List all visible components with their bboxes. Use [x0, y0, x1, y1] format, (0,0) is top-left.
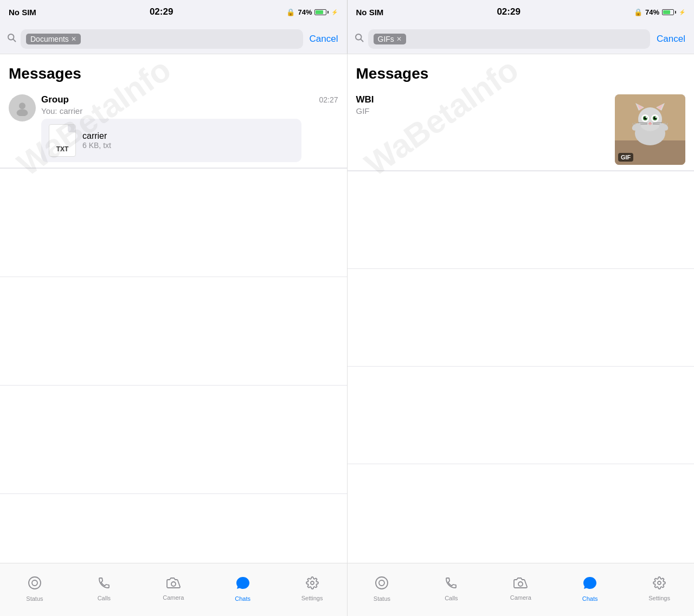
- right-status-bar: No SIM 02:29 🔒 74% ⚡: [348, 0, 695, 24]
- left-lock-icon: 🔒: [286, 8, 295, 16]
- right-gif-top: WBI: [356, 94, 610, 105]
- left-camera-icon: [166, 577, 181, 592]
- left-status-right: 🔒 74% ⚡: [286, 8, 338, 16]
- right-gif-item-wbi[interactable]: WBI GIF: [348, 89, 695, 171]
- svg-point-21: [656, 117, 657, 118]
- right-lock-icon: 🔒: [634, 8, 642, 16]
- left-chat-avatar: [9, 94, 36, 121]
- right-tab-half: Status Calls Camera: [348, 563, 695, 616]
- right-gifs-tag[interactable]: GIFs ✕: [374, 34, 406, 44]
- left-file-name: carrier: [82, 131, 111, 141]
- left-file-preview: TXT carrier 6 KB, txt: [41, 119, 301, 162]
- svg-point-4: [19, 102, 25, 109]
- right-tag-close-icon[interactable]: ✕: [396, 35, 402, 43]
- right-search-area: GIFs ✕ Cancel: [348, 24, 695, 54]
- left-tab-chats-label: Chats: [235, 595, 250, 602]
- right-chat-list: WBI GIF: [348, 89, 695, 563]
- right-search-text-input[interactable]: [409, 34, 645, 43]
- right-time: 02:29: [497, 7, 520, 17]
- right-tab-camera-label: Camera: [510, 594, 531, 601]
- right-gif-badge: GIF: [618, 153, 633, 162]
- right-bolt-icon: ⚡: [679, 9, 685, 15]
- right-gif-label: GIF: [356, 106, 610, 116]
- left-settings-icon: [306, 576, 319, 593]
- svg-point-5: [17, 109, 28, 116]
- left-tab-status-label: Status: [26, 595, 43, 602]
- left-cancel-button[interactable]: Cancel: [307, 34, 340, 44]
- right-chats-icon: [582, 576, 597, 593]
- right-tab-status[interactable]: Status: [348, 563, 417, 616]
- left-chat-item-group[interactable]: Group 02:27 You: carrier TXT carrier 6: [0, 89, 347, 168]
- svg-line-3: [361, 39, 363, 41]
- left-file-ext: TXT: [56, 145, 69, 153]
- right-tab-chats-label: Chats: [582, 595, 598, 602]
- left-search-input[interactable]: Documents ✕: [21, 29, 303, 49]
- left-panel-heading: Messages: [0, 54, 347, 89]
- left-tab-settings-label: Settings: [301, 595, 323, 601]
- right-camera-icon: [513, 577, 528, 592]
- left-search-text-input[interactable]: [84, 34, 298, 43]
- left-tab-calls-label: Calls: [98, 595, 111, 601]
- left-carrier: No SIM: [9, 8, 36, 17]
- left-chat-name: Group: [41, 94, 69, 105]
- svg-point-33: [29, 577, 41, 589]
- left-chat-top: Group 02:27: [41, 94, 338, 105]
- svg-point-39: [518, 582, 523, 586]
- right-gif-thumbnail: GIF: [615, 94, 685, 165]
- left-chats-icon: [235, 576, 250, 593]
- svg-point-40: [658, 581, 661, 585]
- left-chat-time: 02:27: [319, 95, 338, 104]
- left-panel: WaBetaInfo Messages Group 02:27: [0, 54, 347, 563]
- left-tag-close-icon[interactable]: ✕: [71, 35, 76, 43]
- left-tab-status[interactable]: Status: [0, 563, 69, 616]
- left-status-bar: No SIM 02:29 🔒 74% ⚡: [0, 0, 347, 24]
- left-search-icon: [7, 33, 16, 45]
- right-calls-icon: [445, 576, 458, 593]
- right-tab-calls-label: Calls: [445, 595, 458, 601]
- left-file-info: carrier 6 KB, txt: [82, 131, 111, 150]
- right-battery-icon: [662, 9, 676, 15]
- left-tab-settings[interactable]: Settings: [278, 563, 347, 616]
- right-tab-status-label: Status: [374, 595, 390, 602]
- left-search-area: Documents ✕ Cancel: [0, 24, 347, 54]
- right-gif-body: WBI GIF: [356, 94, 610, 116]
- left-battery-pct: 74%: [298, 8, 312, 16]
- svg-point-35: [171, 582, 176, 586]
- left-file-icon: TXT: [49, 124, 76, 157]
- svg-point-36: [311, 581, 314, 585]
- svg-point-37: [376, 577, 388, 589]
- svg-point-38: [379, 580, 384, 586]
- left-bolt-icon: ⚡: [331, 9, 338, 15]
- left-battery-icon: [314, 9, 329, 15]
- right-settings-icon: [653, 576, 666, 593]
- left-tab-camera[interactable]: Camera: [139, 563, 208, 616]
- right-tab-settings-label: Settings: [648, 595, 670, 601]
- svg-point-20: [646, 117, 647, 118]
- right-battery-pct: 74%: [645, 8, 659, 16]
- left-tab-chats[interactable]: Chats: [208, 563, 278, 616]
- svg-point-34: [32, 580, 37, 586]
- right-status-right: 🔒 74% ⚡: [634, 8, 685, 16]
- right-tab-settings[interactable]: Settings: [625, 563, 694, 616]
- left-chat-body: Group 02:27 You: carrier TXT carrier 6: [41, 94, 338, 162]
- left-chat-preview: You: carrier: [41, 106, 338, 116]
- right-tab-calls[interactable]: Calls: [416, 563, 486, 616]
- svg-line-1: [13, 39, 15, 41]
- left-calls-icon: [98, 576, 111, 593]
- left-time: 02:29: [150, 7, 173, 17]
- right-status-icon: [375, 576, 389, 593]
- right-cancel-button[interactable]: Cancel: [654, 34, 687, 44]
- right-tab-chats[interactable]: Chats: [555, 563, 625, 616]
- left-documents-tag[interactable]: Documents ✕: [26, 34, 81, 44]
- left-chat-list: Group 02:27 You: carrier TXT carrier 6: [0, 89, 347, 563]
- right-tab-camera[interactable]: Camera: [486, 563, 555, 616]
- right-search-icon: [354, 33, 364, 45]
- right-panel: WaBetaInfo Messages WBI GIF: [348, 54, 695, 563]
- right-panel-heading: Messages: [348, 54, 695, 89]
- right-carrier: No SIM: [356, 8, 384, 17]
- right-search-input[interactable]: GIFs ✕: [368, 29, 651, 49]
- left-tab-calls[interactable]: Calls: [69, 563, 139, 616]
- left-file-meta: 6 KB, txt: [82, 141, 111, 150]
- left-tab-half: Status Calls Camera: [0, 563, 347, 616]
- left-status-icon: [28, 576, 42, 593]
